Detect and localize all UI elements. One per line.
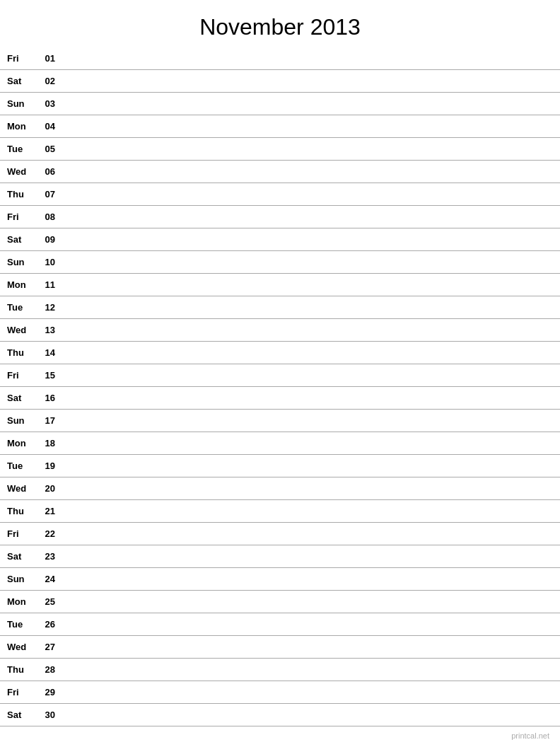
day-line [62,533,553,534]
day-number: 19 [35,461,55,471]
day-line [62,352,553,353]
day-line [62,284,553,285]
page-title: November 2013 [0,0,560,47]
day-line [62,488,553,489]
day-number: 07 [35,189,55,199]
day-name: Sun [7,257,35,267]
day-name: Sat [7,76,35,86]
day-number: 28 [35,664,55,675]
watermark: printcal.net [511,731,549,740]
day-number: 15 [35,370,55,381]
day-line [62,307,553,308]
day-line [62,126,553,127]
day-number: 18 [35,438,55,448]
calendar-row: Sat09 [0,228,560,251]
day-number: 17 [35,415,55,426]
day-line [62,375,553,376]
day-line [62,171,553,172]
day-line [62,58,553,59]
calendar-row: Mon04 [0,115,560,138]
day-number: 05 [35,144,55,154]
day-number: 01 [35,53,55,64]
day-name: Tue [7,619,35,630]
calendar-row: Fri15 [0,364,560,387]
day-number: 20 [35,483,55,494]
day-number: 27 [35,642,55,652]
calendar-row: Sun03 [0,93,560,115]
day-line [62,149,553,149]
calendar-row: Thu28 [0,659,560,681]
day-number: 06 [35,166,55,177]
day-line [62,262,553,262]
calendar-row: Sun24 [0,568,560,591]
calendar-row: Fri22 [0,523,560,545]
day-line [62,624,553,625]
day-number: 08 [35,212,55,222]
day-name: Sun [7,415,35,426]
day-number: 03 [35,98,55,109]
calendar-row: Sun10 [0,251,560,274]
day-number: 13 [35,325,55,335]
calendar-row: Tue12 [0,296,560,319]
day-line [62,579,553,579]
calendar-row: Sat16 [0,387,560,410]
day-name: Tue [7,302,35,313]
day-name: Wed [7,325,35,335]
day-name: Sun [7,574,35,584]
day-number: 25 [35,596,55,607]
calendar-row: Fri01 [0,47,560,70]
calendar-row: Mon11 [0,274,560,296]
day-number: 29 [35,687,55,697]
day-line [62,511,553,511]
day-name: Sat [7,551,35,562]
day-line [62,330,553,330]
day-name: Wed [7,166,35,177]
calendar-row: Sat02 [0,70,560,93]
day-line [62,103,553,104]
calendar-row: Mon18 [0,432,560,455]
day-line [62,81,553,81]
day-name: Thu [7,664,35,675]
day-name: Fri [7,53,35,64]
day-number: 23 [35,551,55,562]
day-name: Mon [7,596,35,607]
calendar-row: Tue05 [0,138,560,161]
calendar-row: Sat30 [0,704,560,726]
day-name: Fri [7,687,35,697]
day-number: 14 [35,347,55,358]
day-name: Mon [7,121,35,132]
calendar-row: Thu14 [0,342,560,364]
calendar-row: Thu07 [0,183,560,206]
day-number: 11 [35,279,55,290]
day-line [62,714,553,715]
calendar-row: Thu21 [0,500,560,523]
day-name: Fri [7,528,35,539]
day-name: Mon [7,438,35,448]
day-line [62,398,553,398]
calendar-row: Sat23 [0,545,560,568]
day-name: Sat [7,710,35,720]
calendar-row: Wed27 [0,636,560,659]
calendar-row: Sun17 [0,410,560,432]
day-number: 22 [35,528,55,539]
day-line [62,216,553,217]
calendar-row: Fri29 [0,681,560,704]
day-line [62,692,553,693]
day-number: 02 [35,76,55,86]
calendar-row: Wed06 [0,161,560,183]
calendar-row: Mon25 [0,591,560,613]
day-name: Sat [7,234,35,245]
day-number: 21 [35,506,55,516]
calendar-row: Wed13 [0,319,560,342]
day-name: Tue [7,144,35,154]
day-name: Fri [7,212,35,222]
day-name: Fri [7,370,35,381]
day-line [62,647,553,647]
calendar-row: Wed20 [0,477,560,500]
day-name: Thu [7,189,35,199]
day-line [62,420,553,421]
day-line [62,556,553,557]
day-name: Tue [7,461,35,471]
day-name: Mon [7,279,35,290]
day-line [62,601,553,602]
